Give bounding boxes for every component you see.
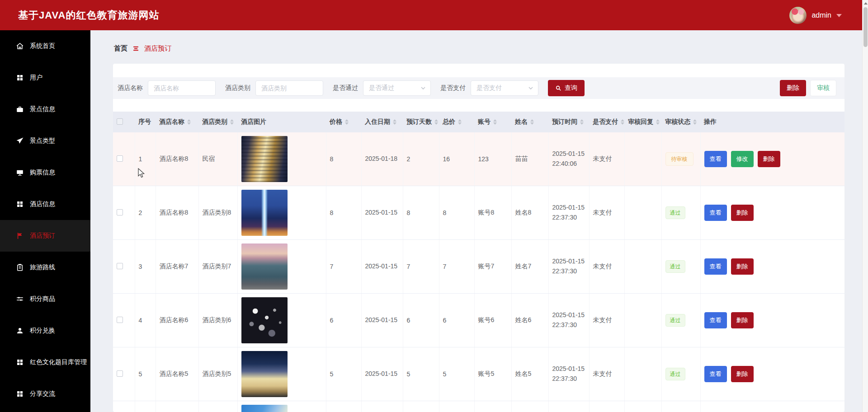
approved-select[interactable]: 是否通过 [363, 80, 431, 96]
cell-account: 账号6 [474, 294, 511, 347]
sort-caret-icon[interactable] [187, 119, 191, 125]
sort-caret-icon[interactable] [580, 119, 584, 125]
row-checkbox[interactable] [117, 370, 123, 377]
sidebar-item-6[interactable]: 酒店预订 [0, 220, 90, 252]
table-row: 5酒店名称5酒店类别552025-01-1555账号5姓名52025-01-15… [113, 347, 844, 401]
grid-icon [16, 358, 24, 366]
sidebar-item-7[interactable]: 旅游路线 [0, 252, 90, 283]
cell-paid [589, 401, 624, 412]
sidebar-item-9[interactable]: 积分兑换 [0, 315, 90, 346]
cell-days: 5 [403, 347, 439, 401]
scrollbar-thumb[interactable] [863, 7, 868, 47]
row-view-button[interactable]: 查看 [704, 151, 727, 167]
user-icon [16, 327, 24, 335]
hotel-image [241, 243, 288, 290]
cell-image [237, 132, 326, 186]
row-select-cell [113, 401, 135, 412]
table-row [113, 401, 844, 412]
sidebar-item-10[interactable]: 红色文化题目库管理 [0, 346, 90, 378]
audit-status-badge: 通过 [665, 314, 685, 327]
cell-reply [624, 132, 661, 186]
app-header: 基于JAVA的红色教育旅游网站 admin [0, 0, 868, 30]
hotel-category-input[interactable] [255, 80, 323, 96]
row-checkbox[interactable] [117, 317, 123, 323]
sidebar-item-5[interactable]: 酒店信息 [0, 188, 90, 220]
sort-caret-icon[interactable] [458, 119, 462, 125]
row-delete-button[interactable]: 删除 [731, 258, 754, 275]
select-all-checkbox[interactable] [117, 118, 123, 125]
batch-audit-button[interactable]: 审核 [810, 80, 836, 96]
hotel-name-input[interactable] [148, 80, 216, 96]
filter-bar: 酒店名称 酒店类别 是否通过 是否通过 是否支付 [113, 77, 844, 99]
row-view-button[interactable]: 查看 [704, 312, 727, 328]
row-view-button[interactable]: 查看 [704, 258, 727, 275]
sort-caret-icon[interactable] [530, 119, 534, 125]
user-menu[interactable]: admin [789, 7, 842, 24]
cell-paid: 未支付 [589, 240, 624, 294]
row-delete-button[interactable]: 删除 [731, 312, 754, 328]
sidebar: 系统首页用户景点信息景点类型购票信息酒店信息酒店预订旅游路线积分商品积分兑换红色… [0, 30, 90, 412]
sidebar-item-4[interactable]: 购票信息 [0, 157, 90, 188]
row-delete-button[interactable]: 删除 [758, 151, 780, 167]
sort-caret-icon[interactable] [393, 119, 396, 125]
sort-caret-icon[interactable] [493, 119, 497, 125]
cell-total [439, 401, 474, 412]
cell-audit: 通过 [661, 186, 700, 240]
send-icon [16, 137, 24, 145]
search-button[interactable]: 查询 [548, 80, 585, 96]
sort-caret-icon[interactable] [621, 119, 624, 125]
cell-total: 6 [439, 294, 474, 347]
sidebar-item-8[interactable]: 积分商品 [0, 283, 90, 315]
user-avatar[interactable] [789, 7, 807, 24]
row-select-cell [113, 132, 135, 186]
cell-realname: 姓名8 [511, 186, 548, 240]
sort-caret-icon[interactable] [345, 119, 349, 125]
batch-delete-button[interactable]: 删除 [780, 80, 806, 96]
audit-status-badge: 待审核 [665, 152, 693, 166]
cell-paid: 未支付 [589, 347, 624, 401]
sidebar-item-label: 用户 [30, 74, 42, 82]
row-checkbox[interactable] [117, 263, 123, 269]
chevron-down-icon [420, 85, 426, 91]
row-delete-button[interactable]: 删除 [731, 366, 754, 382]
page-scrollbar[interactable] [862, 0, 868, 412]
row-checkbox[interactable] [117, 209, 123, 215]
cell-category: 酒店类别8 [198, 186, 237, 240]
scroll-up-icon[interactable] [863, 0, 868, 7]
cell-audit: 待审核 [661, 132, 700, 186]
cell-account [474, 401, 511, 412]
cell-audit: 通过 [661, 347, 700, 401]
sort-caret-icon[interactable] [230, 119, 234, 125]
sort-caret-icon[interactable] [693, 119, 697, 125]
sort-caret-icon[interactable] [656, 119, 660, 125]
sidebar-item-1[interactable]: 用户 [0, 62, 90, 94]
row-edit-button[interactable]: 修改 [731, 151, 754, 167]
row-view-button[interactable]: 查看 [704, 366, 727, 382]
search-icon [555, 85, 561, 91]
column-header-image: 酒店图片 [237, 112, 326, 132]
cell-price: 7 [326, 240, 361, 294]
breadcrumb-home[interactable]: 首页 [114, 44, 127, 53]
cell-actions [700, 401, 844, 412]
column-header-actions: 操作 [700, 112, 844, 132]
cell-total: 7 [439, 240, 474, 294]
cell-category: 民宿 [198, 132, 237, 186]
row-checkbox[interactable] [117, 155, 123, 162]
row-delete-button[interactable]: 删除 [731, 205, 754, 221]
row-select-cell [113, 240, 135, 294]
main-content: 首页 酒店预订 酒店名称 酒店类别 是否通过 是否通过 [90, 30, 868, 412]
row-view-button[interactable]: 查看 [704, 205, 727, 221]
cell-days: 8 [403, 186, 439, 240]
paid-select[interactable]: 是否支付 [471, 80, 538, 96]
chevron-down-icon [528, 85, 533, 91]
sidebar-item-2[interactable]: 景点信息 [0, 94, 90, 125]
audit-status-badge: 通过 [665, 206, 685, 219]
hotel-category-label: 酒店类别 [225, 84, 250, 92]
column-header-reply: 审核回复 [624, 112, 661, 132]
cell-image [237, 294, 326, 347]
sidebar-item-11[interactable]: 分享交流 [0, 378, 90, 410]
sidebar-item-3[interactable]: 景点类型 [0, 125, 90, 157]
sidebar-item-0[interactable]: 系统首页 [0, 30, 90, 62]
cell-reply [624, 347, 661, 401]
sort-caret-icon[interactable] [434, 119, 438, 125]
